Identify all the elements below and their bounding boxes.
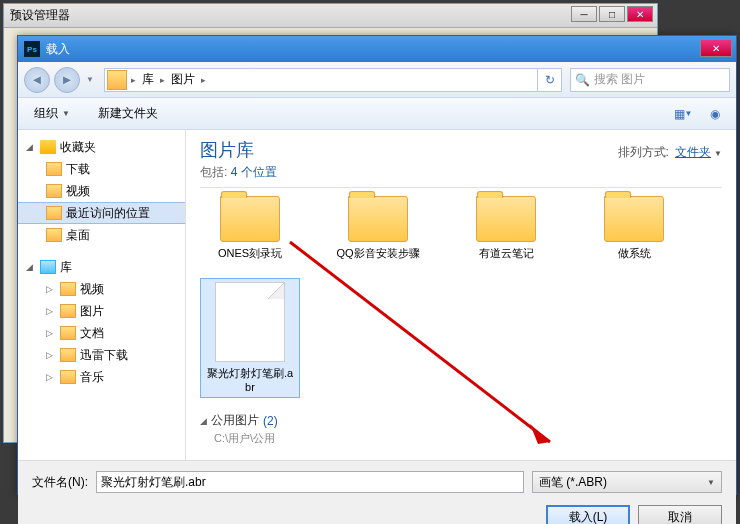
organize-button[interactable]: 组织▼ xyxy=(26,101,78,126)
section-public-pictures[interactable]: ◢ 公用图片 (2) xyxy=(200,412,722,429)
sidebar-item-desktop[interactable]: 桌面 xyxy=(18,224,185,246)
sidebar-favorites[interactable]: ◢ 收藏夹 xyxy=(18,136,185,158)
folder-icon xyxy=(60,304,76,318)
cancel-button[interactable]: 取消 xyxy=(638,505,722,524)
file-list[interactable]: 图片库 包括: 4 个位置 排列方式: 文件夹 ▼ ONES刻录玩 QQ影音安装… xyxy=(186,130,736,460)
forward-button[interactable]: ► xyxy=(54,67,80,93)
history-dropdown[interactable]: ▼ xyxy=(84,67,96,93)
sidebar-lib-music[interactable]: ▷音乐 xyxy=(18,366,185,388)
collapse-icon[interactable]: ◢ xyxy=(26,142,36,152)
expand-icon[interactable]: ▷ xyxy=(46,328,56,338)
parent-minimize-button[interactable]: ─ xyxy=(571,6,597,22)
photoshop-icon: Ps xyxy=(24,41,40,57)
parent-titlebar[interactable]: 预设管理器 ─ □ ✕ xyxy=(4,4,657,28)
expand-icon[interactable]: ▷ xyxy=(46,284,56,294)
new-folder-button[interactable]: 新建文件夹 xyxy=(90,101,166,126)
folder-icon xyxy=(60,282,76,296)
view-button[interactable]: ▦ ▼ xyxy=(670,103,696,125)
locations-link[interactable]: 4 个位置 xyxy=(231,165,277,179)
dialog-titlebar[interactable]: Ps 载入 ✕ xyxy=(18,36,736,62)
chevron-right-icon: ▸ xyxy=(129,75,138,85)
filename-input[interactable] xyxy=(96,471,524,493)
dialog-close-button[interactable]: ✕ xyxy=(700,39,732,57)
folder-icon xyxy=(60,348,76,362)
folder-icon xyxy=(60,370,76,384)
sidebar-item-videos[interactable]: 视频 xyxy=(18,180,185,202)
file-item-selected[interactable]: 聚光灯射灯笔刷.abr xyxy=(200,278,300,398)
chevron-right-icon: ▸ xyxy=(199,75,208,85)
folder-item[interactable]: ONES刻录玩 xyxy=(200,196,300,260)
search-placeholder: 搜索 图片 xyxy=(594,71,645,88)
refresh-button[interactable]: ↻ xyxy=(537,69,561,91)
folder-icon xyxy=(60,326,76,340)
sidebar-item-downloads[interactable]: 下载 xyxy=(18,158,185,180)
parent-title-text: 预设管理器 xyxy=(10,7,70,24)
folder-icon xyxy=(46,206,62,220)
library-icon xyxy=(107,70,127,90)
folder-icon xyxy=(348,196,408,242)
library-title: 图片库 xyxy=(200,138,277,162)
chevron-down-icon: ▼ xyxy=(62,109,70,118)
folder-icon xyxy=(46,184,62,198)
dialog-title-text: 载入 xyxy=(46,41,70,58)
sidebar-lib-pictures[interactable]: ▷图片 xyxy=(18,300,185,322)
open-file-dialog: Ps 载入 ✕ ◄ ► ▼ ▸ 库 ▸ 图片 ▸ ↻ 🔍 搜索 图片 组织▼ 新… xyxy=(17,35,737,495)
folder-icon xyxy=(604,196,664,242)
filename-label: 文件名(N): xyxy=(32,474,88,491)
breadcrumb-bar[interactable]: ▸ 库 ▸ 图片 ▸ ↻ xyxy=(104,68,562,92)
section-path: C:\用户\公用 xyxy=(214,431,722,446)
expand-icon[interactable]: ▷ xyxy=(46,306,56,316)
folder-icon xyxy=(46,162,62,176)
dialog-footer: 文件名(N): 画笔 (*.ABR) 载入(L) 取消 xyxy=(18,460,736,524)
collapse-icon[interactable]: ◢ xyxy=(200,416,207,426)
folder-icon xyxy=(220,196,280,242)
breadcrumb-pictures[interactable]: 图片 xyxy=(167,69,199,91)
toolbar: 组织▼ 新建文件夹 ▦ ▼ ◉ xyxy=(18,98,736,130)
filetype-combo[interactable]: 画笔 (*.ABR) xyxy=(532,471,722,493)
chevron-right-icon: ▸ xyxy=(158,75,167,85)
parent-maximize-button[interactable]: □ xyxy=(599,6,625,22)
folder-item[interactable]: 做系统 xyxy=(584,196,684,260)
sidebar: ◢ 收藏夹 下载 视频 最近访问的位置 桌面 ◢ 库 ▷视频 ▷图片 ▷文档 ▷… xyxy=(18,130,186,460)
folder-item[interactable]: 有道云笔记 xyxy=(456,196,556,260)
parent-close-button[interactable]: ✕ xyxy=(627,6,653,22)
sort-control[interactable]: 排列方式: 文件夹 ▼ xyxy=(618,144,722,161)
sidebar-lib-documents[interactable]: ▷文档 xyxy=(18,322,185,344)
star-icon xyxy=(40,140,56,154)
sidebar-lib-videos[interactable]: ▷视频 xyxy=(18,278,185,300)
folder-item[interactable]: QQ影音安装步骤 xyxy=(328,196,428,260)
folder-icon xyxy=(476,196,536,242)
collapse-icon[interactable]: ◢ xyxy=(26,262,36,272)
expand-icon[interactable]: ▷ xyxy=(46,372,56,382)
help-button[interactable]: ◉ xyxy=(702,103,728,125)
folder-icon xyxy=(46,228,62,242)
back-button[interactable]: ◄ xyxy=(24,67,50,93)
search-icon: 🔍 xyxy=(575,73,590,87)
search-input[interactable]: 🔍 搜索 图片 xyxy=(570,68,730,92)
library-icon xyxy=(40,260,56,274)
breadcrumb-library[interactable]: 库 xyxy=(138,69,158,91)
sidebar-libraries[interactable]: ◢ 库 xyxy=(18,256,185,278)
expand-icon[interactable]: ▷ xyxy=(46,350,56,360)
sidebar-item-recent[interactable]: 最近访问的位置 xyxy=(18,202,185,224)
library-subtitle: 包括: 4 个位置 xyxy=(200,164,277,181)
sidebar-lib-thunder[interactable]: ▷迅雷下载 xyxy=(18,344,185,366)
file-icon xyxy=(215,282,285,362)
open-button[interactable]: 载入(L) xyxy=(546,505,630,524)
chevron-down-icon: ▼ xyxy=(714,149,722,158)
navigation-bar: ◄ ► ▼ ▸ 库 ▸ 图片 ▸ ↻ 🔍 搜索 图片 xyxy=(18,62,736,98)
